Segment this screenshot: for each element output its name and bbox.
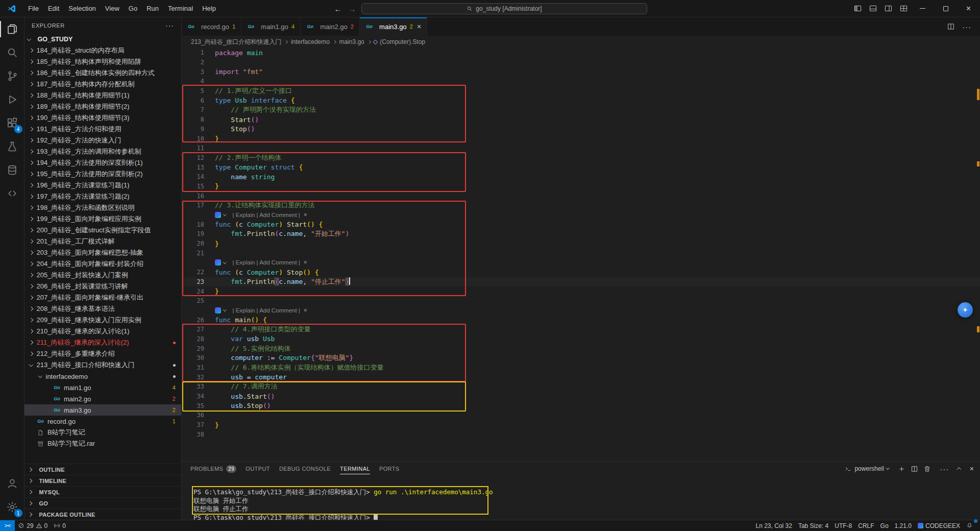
code-line-13[interactable]: 13type Computer struct {	[182, 162, 980, 172]
line-number[interactable]: 20	[182, 240, 204, 247]
menu-selection[interactable]: Selection	[64, 3, 100, 15]
line-number[interactable]: 33	[182, 383, 204, 390]
code-line-32[interactable]: 32 usb = computer	[182, 372, 980, 382]
panel-tab-debug-console[interactable]: DEBUG CONSOLE	[279, 462, 331, 476]
explorer-item-204[interactable]: 204_尚硅谷_面向对象编程-封装介绍	[24, 258, 181, 270]
code-line-20[interactable]: 20}	[182, 239, 980, 249]
section-timeline[interactable]: TIMELINE	[24, 475, 181, 486]
line-number[interactable]: 2	[182, 59, 204, 66]
indentation[interactable]: Tab Size: 4	[795, 520, 831, 531]
problems-status[interactable]: 29 0	[15, 520, 51, 531]
explorer-item-213[interactable]: 213_尚硅谷_接口介绍和快速入门	[24, 359, 181, 371]
menu-go[interactable]: Go	[124, 3, 142, 15]
close-icon[interactable]: ×	[304, 307, 307, 314]
panel-more-actions-icon[interactable]: ···	[936, 465, 952, 473]
toggle-secondary-sidebar-icon[interactable]	[880, 0, 896, 17]
cursor-position[interactable]: Ln 23, Col 32	[752, 520, 795, 531]
explorer-item-main1-go[interactable]: Gomain1.go4	[24, 382, 181, 393]
toggle-sidebar-icon[interactable]	[850, 0, 865, 17]
codegeex-status[interactable]: CODEGEEX	[915, 520, 963, 531]
explorer-item-211-2[interactable]: 211_尚硅谷_继承的深入讨论(2)	[24, 337, 181, 348]
codelens-actions[interactable]: | Explain | Add Comment |	[233, 212, 300, 218]
line-number[interactable]: 17	[182, 202, 204, 209]
section-outline[interactable]: OUTLINE	[24, 464, 181, 475]
code-line-22[interactable]: 22func (c Computer) Stop() {	[182, 268, 980, 277]
explorer-item-200-struct[interactable]: 200_尚硅谷_创建struct实例指定字段值	[24, 225, 181, 236]
codelens-row[interactable]: | Explain | Add Comment |×	[182, 258, 980, 268]
explorer-item-201[interactable]: 201_尚硅谷_工厂模式详解	[24, 236, 181, 247]
line-number[interactable]: 24	[182, 288, 204, 295]
code-line-30[interactable]: 30 computer := Computer{"联想电脑"}	[182, 353, 980, 363]
panel-tab-ports[interactable]: PORTS	[379, 462, 400, 476]
code-line-36[interactable]: 36	[182, 411, 980, 420]
code-line-6[interactable]: 6type Usb interface {	[182, 95, 980, 105]
line-number[interactable]: 35	[182, 402, 204, 409]
language-mode[interactable]: Go	[877, 520, 892, 531]
back-button[interactable]: ←	[333, 5, 343, 13]
database-icon[interactable]	[0, 158, 24, 182]
explorer-item-196-1[interactable]: 196_尚硅谷_方法课堂练习题(1)	[24, 180, 181, 191]
code-line-15[interactable]: 15}	[182, 182, 980, 191]
code-line-7[interactable]: 7 // 声明两个没有实现的方法	[182, 105, 980, 115]
explorer-item-b-rar[interactable]: B站学习笔记.rar	[24, 438, 181, 449]
explorer-item-186[interactable]: 186_尚硅谷_创建结构体实例的四种方式	[24, 67, 181, 79]
code-line-16[interactable]: 16	[182, 191, 980, 201]
close-button[interactable]: ×	[957, 0, 980, 17]
panel-tab-problems[interactable]: PROBLEMS29	[190, 462, 236, 476]
close-panel-icon[interactable]: ×	[970, 465, 974, 473]
menu-help[interactable]: Help	[198, 3, 220, 15]
code-line-23[interactable]: 23 fmt.Println(c.name, "停止工作")	[182, 277, 980, 287]
explorer-item-184-struct[interactable]: 184_尚硅谷_struct的内存布局	[24, 45, 181, 56]
explorer-item-194-1[interactable]: 194_尚硅谷_方法使用的深度剖析(1)	[24, 157, 181, 168]
explorer-item-192[interactable]: 192_尚硅谷_方法的快速入门	[24, 135, 181, 146]
line-number[interactable]: 38	[182, 431, 204, 438]
line-number[interactable]: 3	[182, 68, 204, 76]
code-line-33[interactable]: 33 // 7.调用方法	[182, 382, 980, 392]
code-line-18[interactable]: 18func (c Computer) Start() {	[182, 220, 980, 229]
line-number[interactable]: 1	[182, 49, 204, 56]
menu-terminal[interactable]: Terminal	[163, 3, 198, 15]
panel-tab-terminal[interactable]: TERMINAL	[340, 462, 370, 476]
code-line-3[interactable]: 3import "fmt"	[182, 67, 980, 77]
kill-terminal-icon[interactable]	[923, 465, 931, 473]
explorer-icon[interactable]	[0, 17, 24, 41]
explorer-item-189-2[interactable]: 189_尚硅谷_结构体使用细节(2)	[24, 101, 181, 112]
explorer-item-193[interactable]: 193_尚硅谷_方法的调用和传参机制	[24, 146, 181, 157]
code-line-35[interactable]: 35 usb.Stop()	[182, 401, 980, 411]
code-line-17[interactable]: 17// 3.让结构体实现接口里的方法	[182, 201, 980, 210]
breadcrumb-item-213[interactable]: 213_尚硅谷_接口介绍和快速入门	[191, 38, 281, 46]
codegeex-float-button[interactable]	[958, 302, 973, 318]
code-area[interactable]: 1package main23import "fmt"45// 1.声明/定义一…	[182, 48, 980, 461]
line-number[interactable]: 8	[182, 116, 204, 123]
line-number[interactable]: 28	[182, 335, 204, 343]
menu-view[interactable]: View	[101, 3, 124, 15]
code-line-34[interactable]: 34 usb.Start()	[182, 392, 980, 401]
forward-button[interactable]: →	[347, 5, 357, 13]
explorer-item-205[interactable]: 205_尚硅谷_封装快速入门案例	[24, 270, 181, 281]
line-number[interactable]: 23	[182, 278, 204, 285]
menu-file[interactable]: File	[23, 3, 43, 15]
line-number[interactable]: 9	[182, 126, 204, 133]
explorer-item-main3-go[interactable]: Gomain3.go2	[24, 404, 181, 416]
line-number[interactable]: 16	[182, 192, 204, 200]
line-number[interactable]: 13	[182, 164, 204, 171]
code-line-4[interactable]: 4	[182, 77, 980, 86]
line-number[interactable]: 14	[182, 173, 204, 180]
explorer-item-209[interactable]: 209_尚硅谷_继承快速入门应用实例	[24, 315, 181, 326]
minimize-button[interactable]	[911, 0, 934, 17]
toggle-panel-icon[interactable]	[865, 0, 880, 17]
line-number[interactable]: 18	[182, 221, 204, 228]
terminal-output[interactable]: PS G:\task\go_study\213_尚硅谷_接口介绍和快速入门> g…	[182, 476, 980, 520]
code-line-28[interactable]: 28 var usb Usb	[182, 334, 980, 344]
extensions-icon[interactable]: 4	[0, 111, 24, 135]
code-line-37[interactable]: 37}	[182, 420, 980, 430]
code-line-19[interactable]: 19 fmt.Println(c.name, "开始工作")	[182, 229, 980, 239]
eol-sequence[interactable]: CRLF	[855, 520, 877, 531]
remote-indicator[interactable]: ><	[0, 520, 15, 531]
codelens-row[interactable]: | Explain | Add Comment |×	[182, 210, 980, 220]
code-line-21[interactable]: 21	[182, 248, 980, 258]
breadcrumb-item-computer-stop[interactable]: (Computer).Stop	[374, 38, 425, 45]
code-line-11[interactable]: 11	[182, 143, 980, 153]
line-number[interactable]: 11	[182, 144, 204, 152]
code-line-1[interactable]: 1package main	[182, 48, 980, 58]
